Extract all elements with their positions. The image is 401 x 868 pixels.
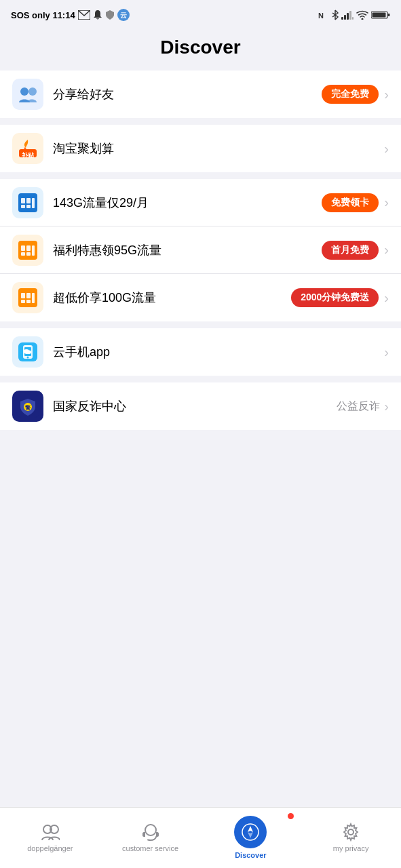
tab-my-privacy[interactable]: my privacy: [301, 808, 401, 868]
tab-discover[interactable]: Discover: [201, 808, 301, 868]
svg-rect-24: [21, 245, 25, 251]
svg-rect-31: [26, 293, 31, 298]
status-text: SOS only 11:14: [11, 10, 75, 20]
svg-rect-21: [26, 205, 31, 208]
status-shield-icon: [105, 9, 115, 20]
svg-rect-25: [26, 245, 31, 251]
share-friends-text: 分享给好友: [53, 86, 322, 102]
svg-text:补贴: 补贴: [21, 151, 35, 159]
status-left: SOS only 11:14 云: [11, 9, 130, 21]
taobao-text: 淘宝聚划算: [53, 140, 384, 157]
gear-svg: [341, 823, 360, 842]
svg-point-41: [24, 351, 31, 354]
cloud-phone-icon: [16, 340, 39, 363]
share-icon-wrap: [12, 79, 43, 110]
tab-my-privacy-label: my privacy: [333, 844, 369, 853]
svg-point-14: [28, 87, 37, 96]
email-icon: [78, 10, 90, 20]
discover-active-bg: [234, 816, 267, 848]
battery-icon: [371, 10, 390, 20]
status-bar: SOS only 11:14 云 N: [0, 0, 401, 30]
section-data-plans: 143G流量仅29/月 免费领卡 › 福利特惠领95G流量 首月免费 ›: [0, 179, 401, 321]
headset-svg: [141, 823, 160, 842]
svg-rect-6: [347, 13, 349, 20]
chevron-icon: ›: [384, 344, 389, 360]
taobao-fire-icon: 补贴: [18, 138, 38, 159]
cloud-phone-text: 云手机app: [53, 344, 384, 360]
chevron-icon: ›: [384, 87, 389, 102]
anti-fraud-sub: 公益反诈: [337, 399, 380, 414]
menu-item-95g[interactable]: 福利特惠领95G流量 首月免费 ›: [0, 226, 401, 274]
shield-icon: 警: [16, 395, 39, 418]
chevron-icon: ›: [384, 195, 389, 210]
svg-marker-50: [248, 832, 253, 838]
svg-rect-8: [352, 17, 354, 20]
menu-item-anti-fraud[interactable]: 警 国家反诈中心 公益反诈 ›: [0, 382, 401, 430]
sim-orange-icon-wrap: [12, 235, 43, 266]
anti-fraud-text: 国家反诈中心: [53, 398, 337, 414]
plan-143g-text: 143G流量仅29/月: [53, 195, 322, 211]
compass-icon: [242, 823, 259, 841]
svg-rect-33: [26, 300, 31, 303]
taobao-icon-wrap: 补贴: [12, 133, 43, 164]
menu-item-143g[interactable]: 143G流量仅29/月 免费领卡 ›: [0, 179, 401, 226]
sim-orange2-icon-wrap: [12, 282, 43, 313]
svg-rect-22: [32, 198, 35, 208]
svg-rect-26: [21, 252, 25, 256]
doppelganger-icon: [41, 823, 60, 842]
chevron-icon: ›: [384, 290, 389, 306]
cloud-phone-icon-wrap: [12, 336, 43, 368]
shield-icon-wrap: 警: [12, 391, 43, 422]
plan-100g-badge: 2000分钟免费送: [291, 288, 379, 307]
bell-icon: [93, 9, 102, 20]
sim-orange-icon: [16, 239, 39, 262]
svg-rect-5: [344, 15, 346, 20]
menu-item-cloud-phone[interactable]: 云手机app ›: [0, 328, 401, 376]
discover-notification-dot: [288, 813, 294, 819]
tab-customer-service[interactable]: customer service: [100, 808, 201, 868]
share-friends-badge: 完全免费: [322, 85, 379, 104]
svg-rect-20: [21, 205, 25, 208]
nfc-icon: N: [318, 10, 329, 20]
svg-rect-27: [26, 252, 31, 256]
plan-95g-badge: 首月免费: [322, 241, 379, 260]
svg-rect-18: [21, 198, 25, 203]
wifi-icon: [356, 10, 368, 20]
svg-point-51: [348, 829, 354, 835]
svg-rect-11: [388, 14, 390, 16]
tab-doppelganger-label: doppelgänger: [27, 844, 73, 853]
section-taobao: 补贴 淘宝聚划算 ›: [0, 125, 401, 172]
menu-item-share-friends[interactable]: 分享给好友 完全免费 ›: [0, 71, 401, 118]
svg-rect-34: [32, 293, 35, 303]
section-anti-fraud: 警 国家反诈中心 公益反诈 ›: [0, 382, 401, 430]
status-right: N: [318, 9, 390, 20]
svg-rect-7: [349, 11, 351, 20]
svg-rect-19: [26, 198, 31, 203]
sim-orange2-icon: [16, 286, 39, 309]
svg-point-47: [145, 825, 156, 835]
menu-item-taobao[interactable]: 补贴 淘宝聚划算 ›: [0, 125, 401, 172]
sim-blue-icon: [16, 191, 39, 214]
plan-95g-text: 福利特惠领95G流量: [53, 242, 322, 258]
svg-text:警: 警: [25, 405, 31, 411]
svg-marker-49: [248, 826, 253, 832]
page-title: Discover: [0, 37, 401, 58]
tab-doppelganger[interactable]: doppelgänger: [0, 808, 100, 868]
svg-rect-30: [21, 293, 25, 298]
chevron-icon: ›: [384, 141, 389, 157]
section-share: 分享给好友 完全免费 ›: [0, 71, 401, 118]
signal-icon: [341, 10, 354, 20]
chevron-icon: ›: [384, 399, 389, 414]
svg-rect-4: [341, 17, 343, 20]
share-friends-icon: [18, 85, 38, 104]
page-header: Discover: [0, 30, 401, 71]
doppelganger-svg: [41, 823, 60, 842]
menu-item-100g[interactable]: 超低价享100G流量 2000分钟免费送 ›: [0, 274, 401, 321]
plan-100g-text: 超低价享100G流量: [53, 290, 291, 306]
svg-text:云: 云: [120, 12, 127, 19]
svg-rect-32: [21, 300, 25, 303]
sim-blue-icon-wrap: [12, 187, 43, 218]
bluetooth-icon: [332, 9, 339, 20]
svg-rect-12: [373, 13, 386, 18]
svg-text:N: N: [318, 12, 324, 20]
